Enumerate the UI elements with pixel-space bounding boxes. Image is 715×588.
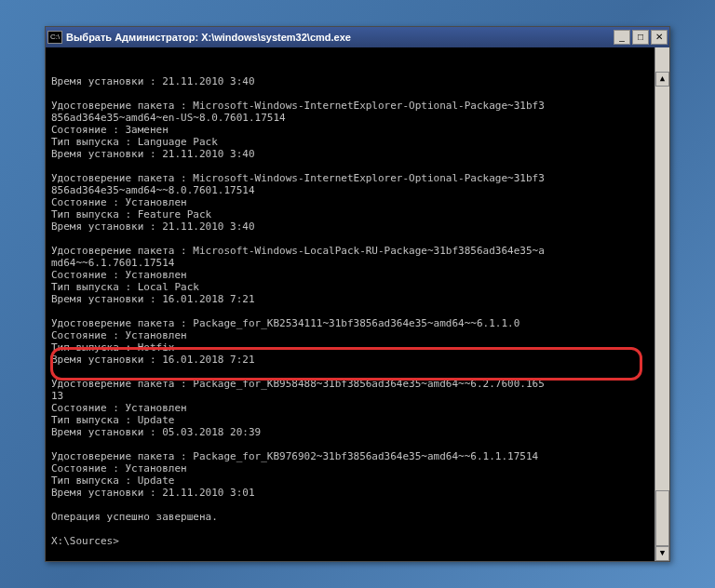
console-line bbox=[51, 499, 647, 511]
console-line bbox=[51, 160, 647, 172]
console-line bbox=[51, 305, 647, 317]
console-area[interactable]: Время установки : 21.11.2010 3:40 Удосто… bbox=[46, 47, 669, 561]
console-line: 856ad364e35~amd64~en-US~8.0.7601.17514 bbox=[51, 112, 647, 124]
console-line: Тип выпуска : Update bbox=[51, 414, 647, 426]
console-line: Тип выпуска : Hotfix bbox=[51, 341, 647, 354]
console-line: Время установки : 05.03.2018 20:39 bbox=[51, 426, 647, 438]
cmd-icon: C:\ bbox=[47, 31, 62, 44]
console-line: Удостоверение пакета : Microsoft-Windows… bbox=[51, 245, 647, 257]
console-line bbox=[51, 523, 647, 535]
window-controls: _ □ ✕ bbox=[614, 30, 668, 45]
close-button[interactable]: ✕ bbox=[651, 30, 668, 45]
console-line: md64~~6.1.7601.17514 bbox=[51, 257, 647, 269]
console-output: Время установки : 21.11.2010 3:40 Удосто… bbox=[51, 75, 647, 547]
console-line: Состояние : Установлен bbox=[51, 402, 647, 414]
cmd-window: C:\ Выбрать Администратор: X:\windows\sy… bbox=[45, 26, 670, 562]
scroll-up-button[interactable]: ▲ bbox=[655, 72, 669, 87]
console-line: X:\Sources> bbox=[51, 535, 647, 547]
console-line: Удостоверение пакета : Package_for_KB253… bbox=[51, 317, 647, 329]
console-line bbox=[51, 87, 647, 100]
console-line: Время установки : 16.01.2018 7:21 bbox=[51, 293, 647, 305]
console-line: Тип выпуска : Feature Pack bbox=[51, 208, 647, 220]
console-line: Удостоверение пакета : Package_for_KB958… bbox=[51, 378, 647, 390]
titlebar[interactable]: C:\ Выбрать Администратор: X:\windows\sy… bbox=[46, 27, 669, 47]
console-line: Состояние : Установлен bbox=[51, 196, 647, 208]
console-line: Удостоверение пакета : Microsoft-Windows… bbox=[51, 100, 647, 112]
console-line: Время установки : 21.11.2010 3:40 bbox=[51, 75, 647, 87]
console-line: 856ad364e35~amd64~~8.0.7601.17514 bbox=[51, 184, 647, 196]
console-line: 13 bbox=[51, 390, 647, 402]
console-line: Удостоверение пакета : Package_for_KB976… bbox=[51, 450, 647, 462]
console-line: Время установки : 21.11.2010 3:40 bbox=[51, 220, 647, 233]
maximize-button[interactable]: □ bbox=[632, 30, 649, 45]
console-line: Состояние : Установлен bbox=[51, 269, 647, 281]
console-line: Тип выпуска : Local Pack bbox=[51, 281, 647, 293]
console-line: Состояние : Заменен bbox=[51, 124, 647, 136]
scroll-down-button[interactable]: ▼ bbox=[655, 546, 669, 561]
console-line bbox=[51, 438, 647, 450]
console-line bbox=[51, 233, 647, 245]
console-line: Время установки : 21.11.2010 3:40 bbox=[51, 148, 647, 160]
console-line: Удостоверение пакета : Microsoft-Windows… bbox=[51, 172, 647, 184]
scroll-thumb[interactable] bbox=[655, 490, 669, 546]
console-line: Состояние : Установлен bbox=[51, 462, 647, 474]
console-line: Время установки : 16.01.2018 7:21 bbox=[51, 354, 647, 366]
vertical-scrollbar[interactable]: ▲ ▼ bbox=[654, 47, 669, 561]
minimize-button[interactable]: _ bbox=[614, 30, 630, 45]
console-line: Операция успешно завершена. bbox=[51, 511, 647, 523]
console-line: Время установки : 21.11.2010 3:01 bbox=[51, 487, 647, 499]
console-line: Тип выпуска : Update bbox=[51, 474, 647, 487]
console-line: Состояние : Установлен bbox=[51, 329, 647, 341]
window-title: Выбрать Администратор: X:\windows\system… bbox=[66, 32, 614, 43]
console-line bbox=[51, 366, 647, 378]
console-line: Тип выпуска : Language Pack bbox=[51, 136, 647, 148]
